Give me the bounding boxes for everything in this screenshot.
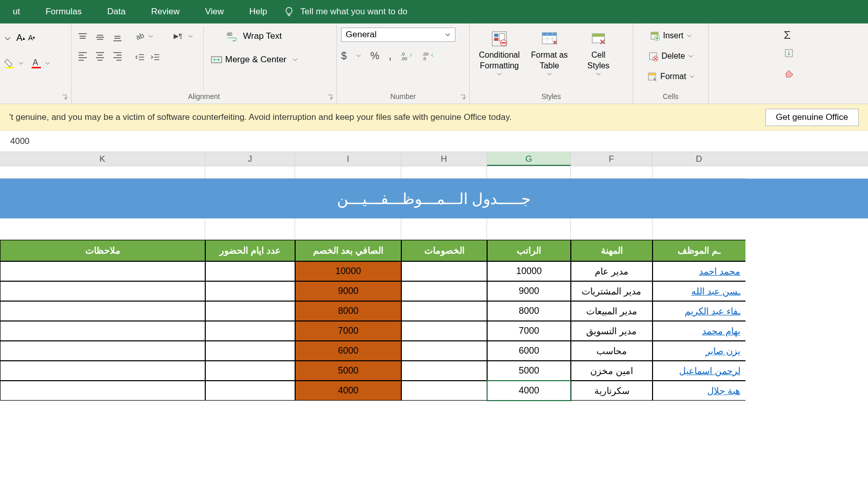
cell[interactable] — [653, 166, 745, 179]
cell-attendance[interactable] — [205, 341, 295, 361]
increase-font-icon[interactable]: A▴ — [16, 33, 25, 43]
cell-salary[interactable]: 10000 — [487, 261, 571, 281]
tell-me-search[interactable]: Tell me what you want to do — [300, 7, 407, 17]
format-cells-button[interactable]: Format — [637, 68, 704, 85]
autosum-icon[interactable]: Σ — [715, 29, 864, 41]
cell-job[interactable]: سكرتارية — [571, 381, 653, 401]
cell-notes[interactable] — [0, 381, 205, 401]
col-header-d[interactable]: D — [653, 152, 745, 166]
cell-job[interactable]: مدير التسويق — [571, 321, 653, 341]
number-format-dropdown[interactable]: General — [341, 28, 455, 42]
cell-discount[interactable] — [401, 321, 487, 341]
cell-salary[interactable]: 8000 — [487, 301, 571, 321]
tab-review[interactable]: Review — [138, 7, 192, 17]
cell-notes[interactable] — [0, 261, 205, 281]
cell-salary[interactable]: 9000 — [487, 281, 571, 301]
cell[interactable] — [571, 218, 653, 240]
tab-data[interactable]: Data — [94, 7, 138, 17]
cell[interactable] — [401, 218, 487, 240]
decrease-decimal-icon[interactable]: .00.0 — [422, 51, 435, 61]
formula-bar[interactable]: 4000 — [0, 131, 868, 152]
th-discount[interactable]: الخصومات — [401, 240, 487, 261]
tab-formulas[interactable]: Formulas — [33, 7, 94, 17]
dropdown-caret-icon[interactable] — [45, 61, 50, 66]
title-banner[interactable]: جـــــدول الـــمـــوظـــفـــيـــن — [0, 179, 868, 218]
col-header-i[interactable]: I — [295, 152, 401, 166]
get-genuine-office-button[interactable]: Get genuine Office — [765, 109, 859, 126]
cell-discount[interactable] — [401, 261, 487, 281]
th-attendance[interactable]: عدد ايام الحضور — [205, 240, 295, 261]
cell-salary[interactable]: 6000 — [487, 341, 571, 361]
col-header-h[interactable]: H — [401, 152, 487, 166]
fill-color-icon[interactable] — [4, 58, 15, 69]
cell-discount[interactable] — [401, 281, 487, 301]
cell-notes[interactable] — [0, 361, 205, 381]
align-bottom-icon[interactable] — [110, 30, 125, 45]
cell-employee-name[interactable]: هبة جلال — [653, 381, 745, 401]
tab-view[interactable]: View — [192, 7, 237, 17]
cell-employee-name[interactable]: لرحمن اسماعيل — [653, 361, 745, 381]
th-name[interactable]: ـم الموظف — [653, 240, 745, 261]
cell-attendance[interactable] — [205, 361, 295, 381]
col-header-k[interactable]: K — [0, 152, 205, 166]
col-header-j[interactable]: J — [205, 152, 295, 166]
wrap-text-button[interactable]: ab Wrap Text — [211, 29, 298, 44]
cell-net[interactable]: 6000 — [295, 341, 401, 361]
fill-icon[interactable] — [715, 48, 864, 59]
accounting-format-icon[interactable]: $ — [341, 50, 347, 62]
font-size-dropdown[interactable] — [4, 34, 13, 41]
cell-job[interactable]: محاسب — [571, 341, 653, 361]
cell-discount[interactable] — [401, 341, 487, 361]
cell-notes[interactable] — [0, 321, 205, 341]
cell[interactable] — [205, 218, 295, 240]
cell-job[interactable]: مدير المبيعات — [571, 301, 653, 321]
orientation-icon[interactable]: ab — [135, 31, 146, 42]
merge-center-button[interactable]: Merge & Center — [211, 54, 286, 65]
cell[interactable] — [401, 166, 487, 179]
font-color-icon[interactable]: A — [31, 58, 42, 69]
cell[interactable] — [295, 218, 401, 240]
dropdown-caret-icon[interactable] — [356, 53, 361, 58]
cell-attendance[interactable] — [205, 381, 295, 401]
cell-net[interactable]: 4000 — [295, 381, 401, 401]
cell[interactable] — [487, 166, 571, 179]
cell-discount[interactable] — [401, 381, 487, 401]
col-header-f[interactable]: F — [571, 152, 653, 166]
dialog-launcher-icon[interactable] — [460, 94, 467, 102]
comma-format-icon[interactable]: , — [389, 49, 392, 62]
align-center-icon[interactable] — [93, 48, 107, 63]
cell-salary[interactable]: 4000 — [487, 381, 571, 401]
cell-employee-name[interactable]: ـسن عبد الله — [653, 281, 745, 301]
align-top-icon[interactable] — [76, 30, 90, 45]
cell-employee-name[interactable]: محمد احمد — [653, 261, 745, 281]
cell[interactable] — [0, 218, 205, 240]
increase-decimal-icon[interactable]: .0.00 — [401, 51, 413, 61]
text-direction-icon[interactable]: ▶¶ — [174, 31, 186, 41]
cell-employee-name[interactable]: ـفاء عبد الكريم — [653, 301, 745, 321]
tab-help[interactable]: Help — [236, 7, 280, 17]
cell-job[interactable]: مدير المشتريات — [571, 281, 653, 301]
cell-net[interactable]: 7000 — [295, 321, 401, 341]
delete-cells-button[interactable]: Delete — [637, 48, 704, 64]
tab-layout-partial[interactable]: ut — [0, 7, 33, 17]
cell[interactable] — [205, 166, 295, 179]
align-right-icon[interactable] — [110, 48, 125, 63]
dropdown-caret-icon[interactable] — [148, 34, 153, 39]
insert-cells-button[interactable]: Insert — [637, 28, 704, 44]
th-net[interactable]: الصافي بعد الخصم — [295, 240, 401, 261]
cell-job[interactable]: مدير عام — [571, 261, 653, 281]
dropdown-caret-icon[interactable] — [18, 61, 23, 66]
decrease-indent-icon[interactable] — [135, 53, 145, 63]
th-notes[interactable]: ملاحظات — [0, 240, 205, 261]
cell[interactable] — [295, 166, 401, 179]
cell-notes[interactable] — [0, 341, 205, 361]
cell-notes[interactable] — [0, 301, 205, 321]
decrease-font-icon[interactable]: A▾ — [28, 34, 35, 42]
cell-net[interactable]: 10000 — [295, 261, 401, 281]
cell-net[interactable]: 8000 — [295, 301, 401, 321]
clear-icon[interactable] — [715, 66, 864, 78]
cell[interactable] — [487, 218, 571, 240]
cell-employee-name[interactable]: يهام محمد — [653, 321, 745, 341]
cell[interactable] — [653, 218, 745, 240]
cell[interactable] — [571, 166, 653, 179]
